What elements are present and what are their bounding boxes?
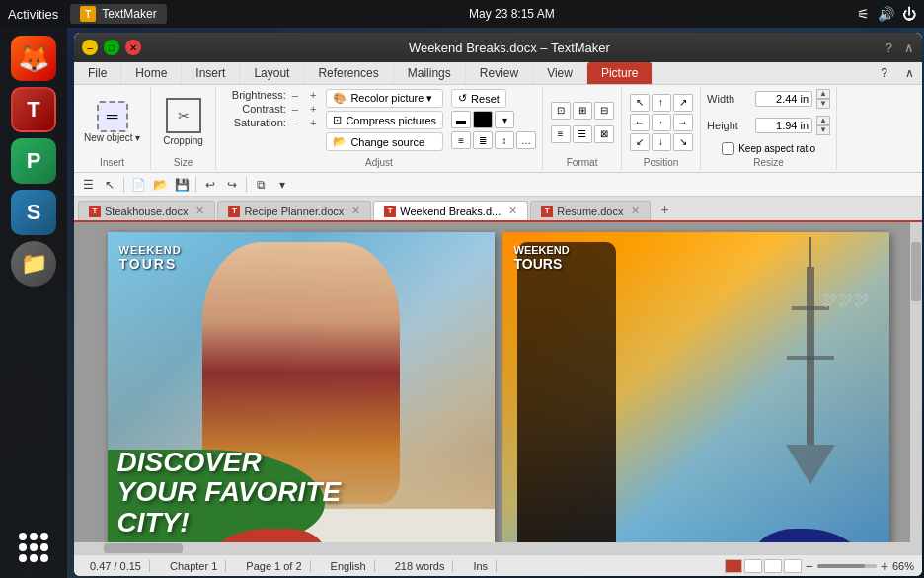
help-ribbon-button[interactable]: ? bbox=[871, 62, 897, 84]
align-right-icon[interactable]: ≣ bbox=[473, 131, 493, 149]
network-icon[interactable]: ⚟ bbox=[857, 6, 870, 22]
group-size-title: Size bbox=[157, 155, 209, 168]
view-btn-single[interactable] bbox=[725, 559, 742, 573]
sidebar-item-textmaker[interactable] bbox=[11, 87, 56, 132]
view-btn-double[interactable] bbox=[744, 559, 762, 573]
tab-steakhouse-close[interactable]: ✕ bbox=[195, 205, 204, 217]
tab-steakhouse[interactable]: T Steakhouse.docx ✕ bbox=[78, 201, 215, 220]
saturation-decrease[interactable]: – bbox=[290, 117, 300, 128]
sidebar-item-presentation[interactable] bbox=[11, 190, 56, 235]
toolbar-copy-icon[interactable]: ⧉ bbox=[251, 175, 270, 195]
help-button[interactable]: ? bbox=[886, 41, 892, 55]
tab-view[interactable]: View bbox=[533, 62, 587, 84]
pos-tc-icon[interactable]: ↑ bbox=[652, 94, 671, 112]
vertical-scroll-thumb[interactable] bbox=[911, 242, 921, 301]
taskbar-app[interactable]: T TextMaker bbox=[70, 4, 166, 24]
cropping-button[interactable]: Cropping bbox=[157, 94, 209, 150]
toolbar-undo-icon[interactable]: ↩ bbox=[200, 175, 220, 195]
pos-tl-icon[interactable]: ↖ bbox=[630, 94, 650, 112]
wrap-inline-icon[interactable]: ⊡ bbox=[551, 102, 571, 120]
tab-weekend[interactable]: T Weekend Breaks.d... ✕ bbox=[373, 201, 528, 220]
tab-recipe[interactable]: T Recipe Planner.docx ✕ bbox=[217, 201, 371, 220]
horizontal-scrollbar[interactable] bbox=[74, 542, 922, 554]
tab-home[interactable]: Home bbox=[121, 62, 182, 84]
sidebar-item-firefox[interactable] bbox=[11, 36, 56, 81]
tab-mailings[interactable]: Mailings bbox=[394, 62, 466, 84]
toolbar-redo-icon[interactable]: ↪ bbox=[222, 175, 242, 195]
speaker-icon[interactable]: 🔊 bbox=[878, 6, 894, 22]
height-input[interactable] bbox=[755, 118, 812, 133]
line-spacing-icon[interactable]: ↕ bbox=[495, 131, 514, 149]
wrap-tight-icon[interactable]: ⊟ bbox=[594, 102, 614, 120]
new-object-button[interactable]: ═ New object ▾ bbox=[80, 97, 144, 148]
toolbar-pointer-icon[interactable]: ↖ bbox=[100, 175, 119, 195]
minimize-button[interactable]: – bbox=[82, 40, 98, 55]
more-icon[interactable]: … bbox=[516, 131, 536, 149]
border-color-swatch[interactable] bbox=[473, 111, 493, 128]
tab-file[interactable]: File bbox=[74, 62, 121, 84]
saturation-increase[interactable]: + bbox=[308, 117, 318, 128]
border-dropdown[interactable]: ▾ bbox=[495, 111, 514, 128]
height-up-button[interactable]: ▲ bbox=[816, 116, 830, 125]
reset-button[interactable]: ↺ Reset bbox=[451, 89, 506, 108]
width-label: Width bbox=[707, 93, 751, 105]
activities-button[interactable]: Activities bbox=[8, 7, 58, 22]
collapse-button[interactable]: ∧ bbox=[904, 41, 914, 55]
pos-bc-icon[interactable]: ↓ bbox=[652, 133, 671, 151]
toolbar-menu-icon[interactable]: ☰ bbox=[78, 175, 98, 195]
zoom-slider[interactable] bbox=[817, 564, 877, 568]
pos-ml-icon[interactable]: ← bbox=[630, 114, 650, 131]
tab-weekend-close[interactable]: ✕ bbox=[508, 205, 517, 217]
tab-references[interactable]: References bbox=[304, 62, 393, 84]
view-btn-outline[interactable] bbox=[784, 559, 802, 573]
wrap-through-icon[interactable]: ≡ bbox=[551, 125, 571, 143]
wrap-text-icon[interactable]: ⊞ bbox=[573, 102, 592, 120]
ribbon-collapse-button[interactable]: ∧ bbox=[897, 62, 922, 84]
zoom-minus-button[interactable]: − bbox=[806, 558, 813, 574]
recolor-picture-button[interactable]: 🎨 Recolor picture ▾ bbox=[326, 89, 443, 108]
contrast-decrease[interactable]: – bbox=[290, 103, 300, 115]
change-source-button[interactable]: 📂 Change source bbox=[326, 132, 443, 151]
tab-weekend-label: Weekend Breaks.d... bbox=[400, 206, 500, 217]
width-up-button[interactable]: ▲ bbox=[816, 89, 830, 99]
pos-mr-icon[interactable]: → bbox=[673, 114, 693, 131]
toolbar-more-icon[interactable]: ▾ bbox=[272, 175, 292, 195]
pos-br-icon[interactable]: ↘ bbox=[673, 133, 693, 151]
wrap-none-icon[interactable]: ⊠ bbox=[594, 125, 614, 143]
width-input[interactable] bbox=[755, 91, 812, 107]
width-down-button[interactable]: ▼ bbox=[816, 99, 830, 109]
tab-insert[interactable]: Insert bbox=[182, 62, 240, 84]
toolbar-open-icon[interactable]: 📂 bbox=[150, 175, 170, 195]
new-tab-button[interactable]: + bbox=[653, 199, 676, 220]
horizontal-scroll-thumb[interactable] bbox=[104, 543, 183, 553]
sidebar-item-files[interactable] bbox=[11, 241, 56, 287]
tab-layout[interactable]: Layout bbox=[240, 62, 304, 84]
tab-review[interactable]: Review bbox=[466, 62, 533, 84]
pos-mc-icon[interactable]: · bbox=[652, 114, 671, 131]
height-down-button[interactable]: ▼ bbox=[816, 125, 830, 135]
compress-pictures-button[interactable]: ⊡ Compress pictures bbox=[326, 111, 443, 129]
toolbar-new-icon[interactable]: 📄 bbox=[128, 175, 148, 195]
brightness-decrease[interactable]: – bbox=[290, 89, 300, 101]
close-button[interactable]: ✕ bbox=[125, 40, 141, 55]
zoom-plus-button[interactable]: + bbox=[881, 558, 888, 574]
maximize-button[interactable]: □ bbox=[104, 40, 119, 55]
vertical-scrollbar[interactable] bbox=[910, 222, 922, 542]
view-btn-web[interactable] bbox=[764, 559, 782, 573]
border-solid-icon[interactable]: ▬ bbox=[451, 111, 471, 128]
wrap-top-bottom-icon[interactable]: ☰ bbox=[573, 125, 592, 143]
sidebar-item-apps[interactable] bbox=[11, 525, 56, 570]
contrast-increase[interactable]: + bbox=[308, 103, 318, 115]
pos-tr-icon[interactable]: ↗ bbox=[673, 94, 693, 112]
sidebar-item-planmaker[interactable] bbox=[11, 138, 56, 184]
tab-resume-close[interactable]: ✕ bbox=[631, 205, 640, 217]
pos-bl-icon[interactable]: ↙ bbox=[630, 133, 650, 151]
power-icon[interactable]: ⏻ bbox=[902, 6, 916, 22]
tab-picture[interactable]: Picture bbox=[587, 62, 653, 84]
tab-recipe-close[interactable]: ✕ bbox=[351, 205, 360, 217]
tab-resume[interactable]: T Resume.docx ✕ bbox=[530, 201, 651, 220]
keep-aspect-checkbox[interactable] bbox=[722, 142, 734, 155]
brightness-increase[interactable]: + bbox=[308, 89, 318, 101]
toolbar-save-icon[interactable]: 💾 bbox=[172, 175, 192, 195]
align-left-icon[interactable]: ≡ bbox=[451, 131, 471, 149]
